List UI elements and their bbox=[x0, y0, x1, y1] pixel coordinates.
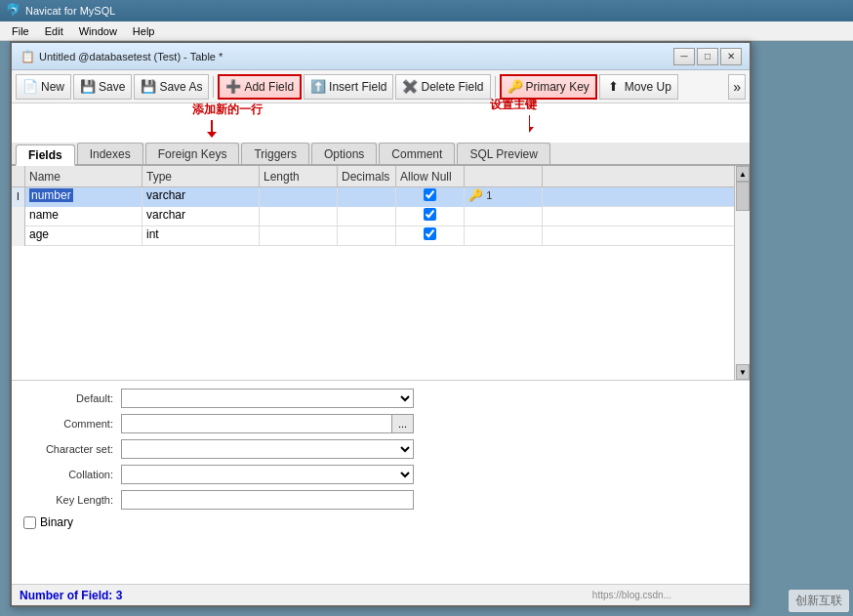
field-rows: I number varchar 🔑 1 bbox=[12, 187, 750, 246]
save-button[interactable]: 💾 Save bbox=[73, 74, 132, 100]
delete-field-label: Delete Field bbox=[421, 80, 483, 94]
tab-strip: Fields Indexes Foreign Keys Triggers Opt… bbox=[12, 143, 750, 166]
status-bar: Number of Field: 3 https://blog.csdn... bbox=[12, 584, 750, 605]
branding-label: 创新互联 bbox=[795, 594, 842, 607]
prop-collation-row: Collation: bbox=[23, 465, 738, 484]
vertical-scrollbar[interactable]: ▲ ▼ bbox=[734, 166, 750, 380]
prop-charset-select[interactable] bbox=[121, 439, 414, 459]
new-label: New bbox=[41, 80, 64, 94]
insert-field-icon: ⬆️ bbox=[310, 79, 326, 95]
table-row[interactable]: age int bbox=[12, 226, 750, 246]
toolbar: 📄 New 💾 Save 💾 Save As ➕ Add Field ⬆️ In… bbox=[12, 70, 750, 103]
move-up-icon: ⬆ bbox=[606, 79, 622, 95]
delete-field-button[interactable]: ✖️ Delete Field bbox=[395, 74, 490, 100]
status-url: https://blog.csdn... bbox=[592, 590, 671, 600]
save-as-button[interactable]: 💾 Save As bbox=[134, 74, 209, 100]
field-name-1: number bbox=[29, 188, 73, 202]
primary-key-icon: 🔑 bbox=[508, 79, 523, 95]
save-label: Save bbox=[99, 80, 125, 94]
toolbar-sep-2 bbox=[495, 76, 496, 98]
navicat-titlebar: 🐬 Navicat for MySQL bbox=[0, 0, 853, 21]
primary-key-button[interactable]: 🔑 Primary Key bbox=[500, 74, 597, 100]
navicat-title: Navicat for MySQL bbox=[25, 5, 847, 17]
prop-default-row: Default: bbox=[23, 389, 738, 408]
insert-field-label: Insert Field bbox=[329, 80, 386, 94]
prop-binary-label: Binary bbox=[40, 515, 73, 529]
prop-default-select[interactable] bbox=[121, 389, 414, 408]
menu-help[interactable]: Help bbox=[125, 23, 163, 39]
tab-options[interactable]: Options bbox=[311, 143, 377, 164]
toolbar-sep-1 bbox=[213, 76, 214, 98]
col-header-extra bbox=[465, 166, 543, 187]
save-as-icon: 💾 bbox=[141, 79, 156, 95]
table-titlebar: 📋 Untitled @databasetest (Test) - Table … bbox=[12, 43, 750, 70]
tab-fields[interactable]: Fields bbox=[16, 144, 75, 166]
prop-keylength-label: Key Length: bbox=[23, 494, 121, 506]
field-type-2: varchar bbox=[146, 208, 185, 222]
primary-key-label: Primary Key bbox=[526, 80, 589, 94]
prop-comment-row: Comment: ... bbox=[23, 414, 738, 433]
move-up-label: Move Up bbox=[625, 80, 671, 94]
navicat-icon: 🐬 bbox=[6, 3, 21, 19]
col-header-decimals: Decimals bbox=[338, 166, 396, 187]
prop-comment-btn[interactable]: ... bbox=[392, 414, 414, 433]
svg-marker-3 bbox=[529, 127, 534, 133]
col-header-type: Type bbox=[142, 166, 260, 187]
new-button[interactable]: 📄 New bbox=[16, 74, 71, 100]
prop-comment-input[interactable] bbox=[121, 414, 392, 433]
maximize-button[interactable]: □ bbox=[697, 48, 718, 65]
save-as-label: Save As bbox=[159, 80, 202, 94]
field-name-3: age bbox=[29, 227, 49, 241]
desktop: 🐬 Navicat for MySQL File Edit Window Hel… bbox=[0, 0, 853, 616]
menu-window[interactable]: Window bbox=[71, 23, 125, 39]
table-icon: 📋 bbox=[20, 49, 35, 64]
pk-icon-1: 🔑 bbox=[468, 188, 483, 202]
allownull-check-2[interactable] bbox=[424, 208, 436, 221]
field-type-3: int bbox=[146, 227, 159, 241]
table-content: Name Type Length Decimals Allow Null bbox=[12, 166, 750, 381]
annotation-addrow-text: 添加新的一行 bbox=[192, 103, 263, 116]
delete-field-icon: ✖️ bbox=[402, 79, 418, 95]
close-button[interactable]: ✕ bbox=[720, 48, 742, 65]
col-header-name: Name bbox=[25, 166, 142, 187]
allownull-check-3[interactable] bbox=[424, 227, 436, 240]
move-up-button[interactable]: ⬆ Move Up bbox=[599, 74, 678, 100]
tab-foreign-keys[interactable]: Foreign Keys bbox=[145, 143, 240, 164]
table-row[interactable]: I number varchar 🔑 1 bbox=[12, 187, 750, 207]
menu-edit[interactable]: Edit bbox=[37, 23, 71, 39]
allownull-check-1[interactable] bbox=[424, 188, 436, 201]
table-title: Untitled @databasetest (Test) - Table * bbox=[39, 51, 673, 62]
minimize-button[interactable]: ─ bbox=[673, 48, 695, 65]
add-field-icon: ➕ bbox=[225, 79, 241, 95]
menu-file[interactable]: File bbox=[4, 23, 37, 39]
more-button[interactable]: » bbox=[728, 74, 746, 100]
properties-panel: Default: Comment: ... Character set: Col… bbox=[12, 381, 750, 541]
col-header-allownull: Allow Null bbox=[396, 166, 465, 187]
insert-field-button[interactable]: ⬆️ Insert Field bbox=[304, 74, 393, 100]
column-headers: Name Type Length Decimals Allow Null bbox=[12, 166, 750, 187]
status-text: Number of Field: 3 bbox=[20, 589, 122, 602]
add-field-button[interactable]: ➕ Add Field bbox=[218, 74, 302, 100]
annotation-addrow: 添加新的一行 bbox=[192, 102, 263, 140]
prop-comment-input-group: ... bbox=[121, 414, 414, 433]
prop-charset-row: Character set: bbox=[23, 439, 738, 459]
tab-triggers[interactable]: Triggers bbox=[241, 143, 309, 164]
table-window: 📋 Untitled @databasetest (Test) - Table … bbox=[10, 41, 751, 607]
field-type-1: varchar bbox=[146, 188, 185, 202]
prop-collation-select[interactable] bbox=[121, 465, 414, 484]
field-name-2: name bbox=[29, 208, 59, 222]
annotation-setpk-arrow bbox=[529, 115, 568, 135]
prop-binary-checkbox[interactable] bbox=[23, 516, 36, 529]
tab-comment[interactable]: Comment bbox=[379, 143, 455, 164]
prop-keylength-input[interactable] bbox=[121, 490, 414, 510]
tab-indexes[interactable]: Indexes bbox=[77, 143, 143, 164]
prop-default-label: Default: bbox=[23, 392, 121, 404]
navicat-menubar: File Edit Window Help bbox=[0, 21, 853, 41]
prop-comment-label: Comment: bbox=[23, 418, 121, 430]
table-row[interactable]: name varchar bbox=[12, 207, 750, 226]
prop-binary-row: Binary bbox=[23, 515, 738, 529]
new-icon: 📄 bbox=[22, 79, 38, 95]
tab-sql-preview[interactable]: SQL Preview bbox=[457, 143, 550, 164]
prop-keylength-row: Key Length: bbox=[23, 490, 738, 510]
window-controls: ─ □ ✕ bbox=[673, 48, 742, 65]
